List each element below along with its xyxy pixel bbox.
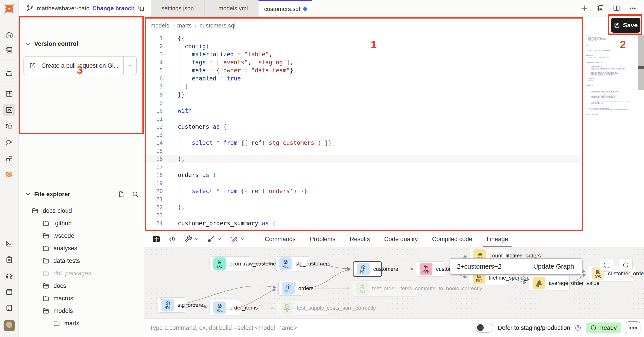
rail-changelog-button[interactable] [3,253,16,266]
rail-insights-button[interactable] [3,136,16,149]
rail-home-button[interactable] [3,28,16,41]
file-list-icon[interactable] [596,4,604,12]
lineage-node-stg_orders[interactable]: MDLstg_orders [158,298,186,313]
code-line-16[interactable]: 16), [144,155,580,163]
file-tree-item-data-tests[interactable]: data-tests [18,255,144,267]
code-lines[interactable]: 1{{2 config(3 materialized = "table",4 t… [144,34,580,227]
code-line-17[interactable]: 17 [144,163,580,171]
code-line-18[interactable]: 18orders as ( [144,171,580,179]
code-line-13[interactable]: 13 [144,131,580,139]
lineage-node-customers[interactable]: MDLcustomers [353,261,382,277]
lineage-node-test_supply_costs_sum_correctly[interactable]: TSTtest_supply_costs_sum_correctly [277,301,329,315]
file-tree-item-.vscode[interactable]: .vscode [18,230,144,242]
rail-integrations-button[interactable] [3,152,16,165]
code-line-6[interactable]: 6 enabled = true [144,74,580,82]
update-graph-button[interactable]: Update Graph [525,259,582,274]
file-tree-item-.github[interactable]: .github [18,217,144,230]
file-tree-item-dbt_packages[interactable]: dbt_packages [18,267,144,280]
file-tree-item-analyses[interactable]: analyses [18,242,144,255]
lineage-filter-input[interactable]: 2+customers+2 [450,259,525,274]
code-line-15[interactable]: 15 [144,147,580,155]
code-line-24[interactable]: 24customer_orders_summary as ( [144,219,580,227]
code-line-21[interactable]: 21 [144,195,580,203]
user-avatar[interactable] [4,320,15,331]
lineage-node-test_order_items_compute_to_bools_correctly[interactable]: TSTtest_order_items_compute_to_bools_cor… [352,281,417,297]
code-line-20[interactable]: 20 select * from {{ ref('orders') }} [144,187,580,195]
lineage-node-ecom.raw_customers[interactable]: SRCecom.raw_customers [210,256,252,271]
help-icon[interactable] [575,325,582,331]
file-explorer-header[interactable]: File explorer [25,191,139,198]
rail-terminal-button[interactable] [3,237,16,250]
lineage-node-average_order_value[interactable]: METaverage_order_value [529,276,570,290]
code-line-1[interactable]: 1{{ [144,34,580,42]
code-line-19[interactable]: 19 [144,179,580,187]
command-bar-more-button[interactable] [626,321,640,334]
build-menu-button[interactable] [184,235,199,243]
tab-settings.json[interactable]: settings.json [151,0,204,16]
rail-organization-button[interactable] [3,302,16,314]
panel-tab-results[interactable]: Results [342,231,377,247]
code-line-23[interactable]: 23 [144,211,580,219]
rail-notebook-button[interactable] [3,44,16,56]
copy-icon[interactable] [138,5,145,12]
lineage-node-customers[interactable]: SEMcustomers [416,262,445,277]
file-tree-item-marts[interactable]: marts [18,317,144,330]
code-line-9[interactable]: 9 [144,99,580,107]
new-file-icon[interactable] [118,191,125,198]
code-line-22[interactable]: 22), [144,203,580,211]
file-tree-item-docs[interactable]: docs [18,280,144,292]
rail-canvas-button[interactable] [3,120,16,133]
code-line-8[interactable]: 8}} [144,90,580,99]
header-more-icon[interactable] [629,4,636,12]
tab-customers.sql[interactable]: customers.sql [258,0,312,16]
panel-tab-lineage[interactable]: Lineage [480,231,515,247]
scrollbar-thumb[interactable] [638,66,644,69]
status-badge[interactable]: Ready [586,323,621,333]
lineage-node-stg_customers[interactable]: MDLstg_customers [276,256,310,271]
file-tree-item-docs-cloud[interactable]: docs-cloud [18,205,144,217]
lineage-node-orders[interactable]: MDLorders [278,281,304,296]
minimap[interactable]: {{ config( materialized = "table", tags … [586,34,636,150]
dbt-logo-icon[interactable] [2,2,16,16]
defer-toggle[interactable] [476,323,493,333]
tab-_models.yml[interactable]: _models.yml [204,0,258,16]
split-editor-icon[interactable] [613,4,620,12]
new-tab-plus-icon[interactable] [580,4,588,12]
rail-support-button[interactable] [3,270,16,282]
lint-menu-button[interactable] [207,235,222,243]
rail-jobs-button[interactable] [3,67,16,79]
code-line-11[interactable]: 11 [144,115,580,123]
minimap-slider[interactable] [638,35,644,90]
copilot-fix-button[interactable] [230,235,245,243]
search-icon[interactable] [132,191,139,198]
pr-button-dropdown[interactable] [123,56,136,75]
rail-copilot-button[interactable] [3,168,16,181]
code-line-4[interactable]: 4 tags = ["events", "staging"], [144,58,580,66]
save-button[interactable]: Save [611,18,640,33]
panel-tab-code-quality[interactable]: Code quality [377,231,425,247]
file-tree-item-models[interactable]: models [18,305,144,317]
lineage-node-order_items[interactable]: MDLorder_items [210,300,241,315]
breadcrumb-item[interactable]: customers.sql [200,22,235,29]
version-control-header[interactable]: Version control [25,40,78,47]
rail-dashboard-button[interactable] [3,88,16,100]
code-line-5[interactable]: 5 meta = {"owner": "data-team"}, [144,66,580,74]
breadcrumb-item[interactable]: models [150,22,169,29]
code-editor[interactable]: models›marts›customers.sql 1{{2 config(3… [144,17,644,231]
rail-code-editor-button[interactable] [3,104,16,116]
compile-code-button[interactable] [168,235,176,243]
code-line-7[interactable]: 7 ) [144,82,580,90]
code-line-2[interactable]: 2 config( [144,42,580,50]
rail-docs-button[interactable] [3,286,16,298]
code-line-14[interactable]: 14 select * from {{ ref('stg_customers')… [144,139,580,147]
fullscreen-button[interactable] [600,259,614,272]
change-branch-link[interactable]: Change branch [92,5,134,12]
code-line-12[interactable]: 12customers as ( [144,123,580,131]
panel-tab-compiled-code[interactable]: Compiled code [425,231,480,247]
code-line-3[interactable]: 3 materialized = "table", [144,50,580,58]
command-input[interactable]: Type a command, ex. dbt build --select <… [150,325,297,332]
lineage-graph[interactable]: SRCecom.raw_customersMDLstg_customersMDL… [144,247,644,319]
code-line-10[interactable]: 10with [144,107,580,115]
refresh-graph-button[interactable] [619,259,632,272]
file-tree-item-macros[interactable]: macros [18,292,144,305]
